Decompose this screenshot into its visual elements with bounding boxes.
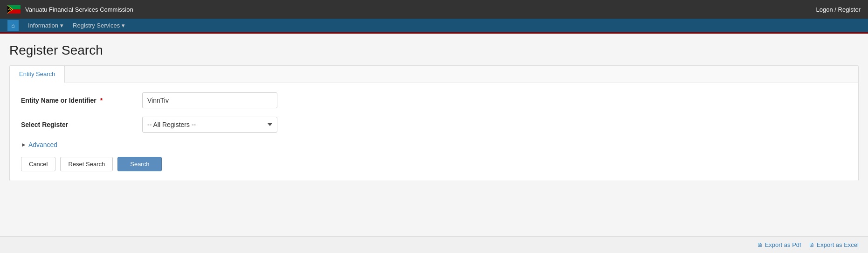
home-icon[interactable]: ⌂	[7, 20, 19, 31]
nav-item-registry-label: Registry Services	[73, 22, 120, 29]
tab-entity-search[interactable]: Entity Search	[10, 66, 65, 83]
buttons-row: Cancel Reset Search Search	[21, 157, 847, 171]
excel-doc-icon: 🗎	[809, 241, 815, 248]
chevron-down-icon-registry: ▾	[122, 22, 125, 29]
nav-item-registry-services[interactable]: Registry Services ▾	[73, 22, 125, 29]
entity-name-input[interactable]	[142, 92, 277, 108]
page-content: Register Search Entity Search Entity Nam…	[0, 34, 868, 244]
secondary-nav-bar: ⌂ Information ▾ Registry Services ▾	[0, 19, 868, 34]
reset-search-button[interactable]: Reset Search	[60, 157, 113, 171]
cancel-button[interactable]: Cancel	[21, 157, 55, 171]
vanuatu-flag-icon	[7, 5, 21, 14]
footer-bar: 🗎 Export as Pdf 🗎 Export as Excel	[0, 236, 868, 253]
select-register-dropdown[interactable]: -- All Registers --	[142, 117, 277, 133]
export-pdf-label: Export as Pdf	[765, 241, 801, 248]
entity-name-label: Entity Name or Identifier *	[21, 97, 142, 104]
export-excel-link[interactable]: 🗎 Export as Excel	[809, 241, 859, 248]
chevron-right-icon: ►	[21, 141, 27, 148]
org-name-label: Vanuatu Financial Services Commission	[25, 6, 133, 13]
top-nav-bar: Vanuatu Financial Services Commission Lo…	[0, 0, 868, 19]
pdf-doc-icon: 🗎	[757, 241, 763, 248]
tabs-header: Entity Search	[10, 66, 858, 83]
nav-item-information-label: Information	[28, 22, 58, 29]
logon-register-link[interactable]: Logon / Register	[816, 6, 861, 13]
advanced-link[interactable]: Advanced	[28, 141, 57, 148]
top-nav-left: Vanuatu Financial Services Commission	[7, 5, 133, 14]
search-button[interactable]: Search	[117, 157, 162, 171]
advanced-toggle: ► Advanced	[21, 141, 847, 148]
form-body: Entity Name or Identifier * Select Regis…	[10, 83, 858, 181]
export-pdf-link[interactable]: 🗎 Export as Pdf	[757, 241, 801, 248]
tabs-container: Entity Search Entity Name or Identifier …	[9, 65, 859, 181]
export-excel-label: Export as Excel	[817, 241, 859, 248]
page-title: Register Search	[9, 43, 859, 58]
nav-item-information[interactable]: Information ▾	[28, 22, 63, 29]
select-register-label: Select Register	[21, 121, 142, 128]
chevron-down-icon-information: ▾	[60, 22, 63, 29]
required-star: *	[100, 97, 103, 104]
select-register-row: Select Register -- All Registers --	[21, 117, 847, 133]
entity-name-row: Entity Name or Identifier *	[21, 92, 847, 108]
